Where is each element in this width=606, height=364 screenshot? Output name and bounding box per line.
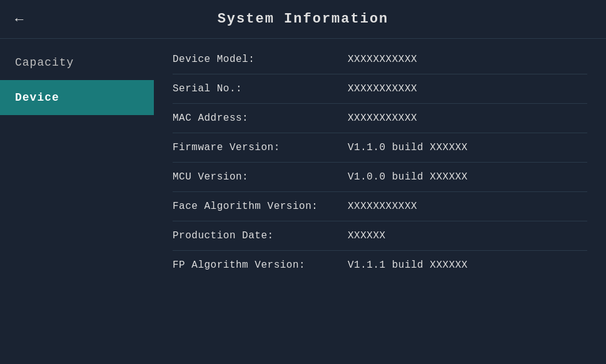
info-value-1: XXXXXXXXXXX: [348, 83, 417, 94]
info-label-5: Face Algorithm Version:: [173, 201, 348, 212]
table-row: FP Algorithm Version:V1.1.1 build XXXXXX: [173, 251, 587, 280]
back-button[interactable]: ←: [13, 13, 26, 26]
table-row: Firmware Version:V1.1.0 build XXXXXX: [173, 133, 587, 163]
info-label-6: Production Date:: [173, 230, 348, 241]
main-content: CapacityDevice Device Model:XXXXXXXXXXXS…: [0, 39, 606, 364]
table-row: Face Algorithm Version:XXXXXXXXXXX: [173, 192, 587, 221]
info-value-7: V1.1.1 build XXXXXX: [348, 260, 468, 271]
table-row: Production Date:XXXXXX: [173, 221, 587, 251]
sidebar-item-device[interactable]: Device: [0, 80, 154, 115]
info-value-6: XXXXXX: [348, 230, 386, 241]
content-area: Device Model:XXXXXXXXXXXSerial No.:XXXXX…: [154, 39, 606, 364]
info-label-4: MCU Version:: [173, 171, 348, 183]
info-value-2: XXXXXXXXXXX: [348, 113, 417, 124]
sidebar: CapacityDevice: [0, 39, 154, 364]
info-label-2: MAC Address:: [173, 113, 348, 124]
table-row: Device Model:XXXXXXXXXXX: [173, 45, 587, 74]
info-value-5: XXXXXXXXXXX: [348, 201, 417, 212]
page-title: System Information: [218, 11, 389, 27]
info-label-3: Firmware Version:: [173, 142, 348, 153]
header: ← System Information: [0, 0, 606, 39]
info-label-1: Serial No.:: [173, 83, 348, 94]
table-row: MAC Address:XXXXXXXXXXX: [173, 104, 587, 133]
info-label-0: Device Model:: [173, 54, 348, 65]
info-label-7: FP Algorithm Version:: [173, 260, 348, 271]
table-row: Serial No.:XXXXXXXXXXX: [173, 74, 587, 104]
info-value-4: V1.0.0 build XXXXXX: [348, 171, 468, 183]
info-value-0: XXXXXXXXXXX: [348, 54, 417, 65]
info-value-3: V1.1.0 build XXXXXX: [348, 142, 468, 153]
sidebar-item-capacity[interactable]: Capacity: [0, 45, 154, 80]
table-row: MCU Version:V1.0.0 build XXXXXX: [173, 163, 587, 192]
